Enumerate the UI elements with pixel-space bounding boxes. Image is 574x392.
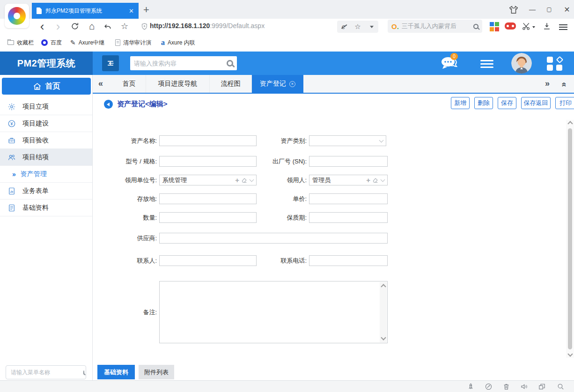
supplier-input[interactable] [159, 233, 388, 244]
back-button[interactable] [104, 100, 113, 109]
textarea-scrollbar[interactable] [380, 282, 387, 342]
clear-icon[interactable] [241, 177, 248, 184]
sidebar-item-business-forms[interactable]: 业务表单 [0, 183, 92, 200]
url-text[interactable]: http://192.168.1.120:9999/Default.aspx [150, 22, 265, 30]
storage-location-input[interactable] [159, 193, 257, 204]
plus-icon[interactable]: + [235, 176, 239, 184]
app-search-input[interactable] [134, 60, 227, 67]
sidebar-collapse-button[interactable] [102, 55, 119, 71]
app-launcher-icon[interactable] [546, 56, 566, 71]
speed-icon[interactable] [484, 382, 493, 391]
workspace-tab-asset-register[interactable]: 资产登记 × [252, 75, 303, 93]
scrollbar-thumb[interactable] [568, 128, 572, 349]
asset-name-input[interactable] [159, 135, 257, 146]
remark-textarea[interactable] [159, 281, 388, 343]
rocket-icon[interactable] [466, 382, 475, 391]
workspace-tab-flowchart[interactable]: 流程图 [210, 75, 252, 93]
bookmark-audit[interactable]: 清华审计演 [115, 37, 151, 48]
avatar[interactable] [511, 53, 532, 74]
chevron-down-icon[interactable] [379, 138, 384, 142]
save-button[interactable]: 保存 [498, 97, 516, 109]
workspace-tab-home[interactable]: 首页 [112, 75, 146, 93]
app-search[interactable] [130, 56, 237, 70]
clear-icon[interactable] [372, 177, 379, 184]
window-icon[interactable] [537, 382, 546, 391]
quantity-input[interactable] [159, 212, 257, 223]
scissors-icon[interactable] [522, 22, 531, 31]
home-icon[interactable]: ⌂ [85, 20, 98, 33]
add-button[interactable]: 新增 [451, 97, 470, 109]
workspace-tab-progress-nav[interactable]: 项目进度导航 [146, 75, 210, 93]
save-return-button[interactable]: 保存返回 [521, 97, 551, 109]
delete-button[interactable]: 删除 [474, 97, 493, 109]
receive-user-lookup[interactable]: 管理员 + [309, 175, 388, 185]
chevron-down-icon[interactable] [381, 177, 385, 182]
plus-icon[interactable]: + [366, 176, 370, 184]
minimize-icon[interactable]: — [525, 4, 539, 15]
serial-no-input[interactable] [309, 156, 388, 167]
menu-search[interactable] [6, 365, 86, 379]
undo-icon[interactable] [103, 22, 112, 31]
gamepad-icon[interactable] [505, 22, 516, 30]
model-spec-input[interactable] [159, 156, 257, 167]
unit-price-input[interactable] [309, 193, 388, 204]
new-tab-button[interactable]: + [143, 4, 149, 16]
contact-phone-input[interactable] [309, 255, 388, 266]
star-icon[interactable]: ☆ [118, 20, 131, 33]
detail-tab-attachments[interactable]: 附件列表 [139, 365, 174, 379]
scroll-down-icon[interactable] [381, 335, 386, 340]
browser-tab[interactable]: 邦永PM2项目管理系统 ✕ [32, 3, 139, 19]
bookmark-axure-relay[interactable]: ✎ Axure中继 [70, 37, 104, 48]
scroll-down-icon[interactable] [567, 351, 573, 356]
contact-input[interactable] [159, 255, 257, 266]
tabs-scroll-right-icon[interactable]: » [545, 79, 550, 89]
apps-grid-icon[interactable] [490, 22, 499, 31]
download-icon[interactable] [542, 22, 552, 31]
sidebar-item-project-construction[interactable]: 项目建设 [0, 115, 92, 132]
bookmark-bar-folder[interactable]: 收藏栏 [7, 37, 34, 48]
asset-category-select[interactable] [309, 135, 386, 146]
dropdown-caret-icon[interactable] [370, 26, 374, 28]
sidebar-item-label: 基础资料 [22, 204, 49, 212]
search-icon[interactable] [473, 24, 478, 29]
maximize-icon[interactable]: ▢ [542, 4, 556, 15]
sidebar-subitem-asset-management[interactable]: » 资产管理 [0, 166, 92, 183]
trash-icon[interactable] [502, 382, 510, 391]
sidebar-item-home[interactable]: 首页 [2, 78, 91, 95]
warranty-input[interactable] [309, 212, 388, 223]
scroll-up-icon[interactable] [567, 121, 573, 126]
search-icon[interactable] [227, 60, 233, 67]
volume-icon[interactable] [520, 382, 528, 391]
sidebar-item-base-data[interactable]: 基础资料 [0, 200, 92, 216]
back-icon[interactable]: ‹ [36, 20, 49, 33]
chevron-down-icon[interactable] [250, 177, 254, 182]
content-scrollbar[interactable] [566, 120, 574, 358]
detail-tab-base-data[interactable]: 基础资料 [97, 365, 135, 379]
search-icon[interactable] [83, 370, 84, 375]
tabs-collapse-icon[interactable]: » [559, 82, 568, 87]
close-icon[interactable]: ✕ [560, 4, 574, 15]
skin-icon[interactable] [508, 5, 519, 15]
receive-unit-lookup[interactable]: 系统管理 + [159, 175, 257, 185]
menu-search-input[interactable] [11, 369, 83, 376]
bookmark-axure-internal[interactable]: a Axure 内联 [161, 37, 195, 48]
tab-close-icon[interactable]: × [289, 81, 295, 87]
scissors-caret-icon[interactable] [532, 26, 535, 28]
sidebar-item-project-acceptance[interactable]: 项目验收 [0, 132, 92, 149]
browser-search-box[interactable]: O. 三千孤儿入内蒙背后 [388, 20, 482, 33]
app-menu-icon[interactable] [480, 58, 493, 70]
sidebar-item-project-closing[interactable]: 项目结项 [0, 149, 92, 166]
tabs-scroll-left-icon[interactable]: « [98, 79, 103, 89]
refresh-icon[interactable] [70, 22, 80, 31]
compat-mode-icon[interactable]: e [342, 23, 346, 30]
sidebar-item-project-initiation[interactable]: 项目立项 [0, 98, 92, 115]
menu-icon[interactable] [559, 23, 567, 31]
bookmark-baidu[interactable]: 百度 [41, 37, 62, 48]
scroll-up-icon[interactable] [381, 284, 386, 289]
print-button[interactable]: 打印 [555, 97, 574, 109]
favorite-star-icon[interactable]: ☆ [354, 22, 361, 31]
find-icon[interactable] [556, 382, 565, 391]
browser-search-text[interactable]: 三千孤儿入内蒙背后 [402, 22, 473, 30]
tab-close-icon[interactable]: ✕ [129, 7, 134, 15]
message-icon[interactable] [439, 56, 461, 72]
